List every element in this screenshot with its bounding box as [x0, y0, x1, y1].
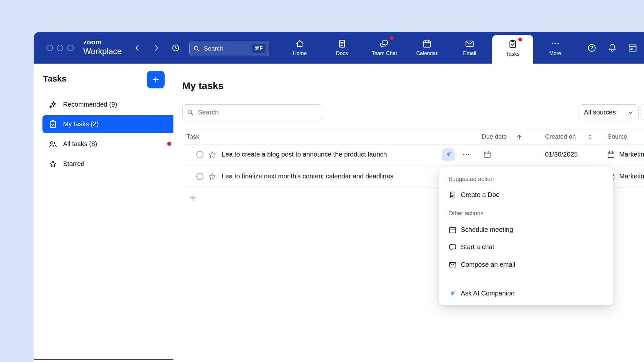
nav-item-home[interactable]: Home	[280, 32, 320, 64]
calendar-icon	[422, 39, 432, 49]
nav-item-docs[interactable]: Docs	[322, 32, 362, 64]
logo-workplace-text: Workplace	[83, 47, 122, 56]
calendar-panel-icon	[628, 43, 637, 53]
menu-item-start-chat[interactable]: Start a chat	[444, 239, 609, 256]
column-header-created-on[interactable]: Created on	[545, 133, 576, 140]
row-more-button[interactable]	[461, 149, 472, 160]
sidebar-title: Tasks	[43, 74, 67, 84]
docs-icon	[337, 39, 347, 49]
menu-divider	[448, 280, 604, 280]
star-icon	[208, 150, 217, 159]
menu-section-label: Suggested action	[448, 176, 494, 183]
task-title[interactable]: Lea to create a blog post to announce th…	[222, 151, 387, 158]
team-chat-icon	[379, 39, 389, 49]
menu-item-compose-email[interactable]: Compose an email	[444, 256, 609, 273]
bell-icon	[607, 43, 617, 53]
sidebar-item-all-tasks[interactable]: All tasks (8)	[42, 135, 176, 153]
clipped-filter-button[interactable]	[640, 104, 644, 120]
nav-label: Tasks	[492, 51, 533, 57]
add-task-inline-button[interactable]	[187, 192, 199, 204]
window-control[interactable]	[57, 45, 63, 51]
sidebar-item-starred[interactable]: Starred	[42, 155, 176, 173]
ai-companion-icon	[444, 151, 452, 158]
back-button[interactable]	[132, 42, 143, 53]
sidebar-item-recommended[interactable]: Recommended (9)	[42, 96, 176, 113]
search-icon	[187, 109, 194, 116]
window-control[interactable]	[46, 45, 53, 51]
sort-icon[interactable]	[587, 133, 594, 141]
page-title: My tasks	[182, 80, 224, 91]
window-bottom-edge	[34, 359, 173, 360]
table-header: Task Due date Created on Source	[182, 129, 644, 144]
global-search-input[interactable]	[203, 45, 249, 53]
plus-icon	[188, 193, 198, 203]
menu-item-ask-ai-companion[interactable]: Ask AI Companion	[444, 285, 609, 302]
zoom-workplace-logo: zoom Workplace	[83, 38, 122, 56]
ai-companion-icon	[448, 289, 457, 298]
sidebar-item-label: Starred	[63, 160, 85, 168]
sources-filter-dropdown[interactable]: All sources	[579, 104, 639, 120]
history-button[interactable]	[170, 42, 181, 53]
column-header-source[interactable]: Source	[607, 133, 627, 140]
column-header-task[interactable]: Task	[186, 133, 199, 140]
sparkles-icon	[48, 100, 57, 109]
sidebar-item-label: All tasks (8)	[63, 140, 97, 148]
nav-item-team-chat[interactable]: Team Chat	[364, 32, 405, 64]
menu-item-schedule-meeting[interactable]: Schedule meeting	[444, 221, 609, 238]
menu-item-label: Ask AI Companion	[461, 290, 515, 297]
more-icon	[550, 39, 560, 49]
sidebar-item-my-tasks[interactable]: My tasks (2)	[42, 115, 176, 133]
help-button[interactable]	[586, 42, 597, 53]
nav-label: Home	[280, 51, 320, 56]
task-complete-checkbox[interactable]	[196, 173, 203, 180]
topbar: zoom Workplace ⌘F Home Docs Team Chat	[34, 32, 644, 64]
actions-menu: Suggested action Create a Doc Other acti…	[439, 167, 613, 305]
nav-label: Calendar	[407, 51, 447, 56]
nav-label: Docs	[322, 51, 362, 56]
nav-item-more[interactable]: More	[535, 32, 575, 64]
global-search[interactable]: ⌘F	[189, 41, 269, 56]
chevron-right-icon	[152, 44, 161, 52]
forward-button[interactable]	[151, 42, 162, 53]
ai-companion-button[interactable]	[442, 148, 455, 161]
column-header-due-date[interactable]: Due date	[482, 133, 507, 140]
calendar-icon	[448, 226, 457, 234]
home-icon	[295, 39, 305, 49]
task-title[interactable]: Lea to finalize next month’s content cal…	[222, 173, 394, 180]
task-search-input[interactable]	[197, 108, 317, 116]
sort-ascending-icon[interactable]	[516, 133, 523, 141]
nav-item-tasks-active[interactable]: Tasks	[492, 35, 533, 64]
chat-icon	[448, 243, 457, 251]
task-search[interactable]	[182, 104, 322, 120]
search-icon	[193, 45, 200, 52]
notification-dot	[518, 38, 522, 41]
notification-dot	[167, 142, 171, 146]
task-row: Lea to create a blog post to announce th…	[182, 144, 644, 166]
menu-item-label: Compose an email	[461, 261, 515, 268]
notifications-button[interactable]	[607, 42, 618, 53]
ellipsis-icon	[462, 150, 471, 159]
plus-icon	[152, 75, 160, 84]
sidebar: Tasks Recommended (9) My tasks (2) All t…	[34, 64, 174, 362]
star-icon	[208, 172, 217, 181]
chevron-left-icon	[133, 44, 141, 52]
nav-item-calendar[interactable]: Calendar	[407, 32, 447, 64]
sidebar-item-label: My tasks (2)	[63, 120, 99, 128]
tasks-icon	[48, 120, 57, 129]
nav-label: Email	[449, 51, 490, 56]
people-icon	[48, 140, 57, 149]
add-task-button[interactable]	[147, 71, 165, 88]
calendar-panel-button[interactable]	[627, 42, 638, 53]
star-button[interactable]	[207, 171, 218, 182]
set-due-date-button[interactable]	[483, 150, 491, 159]
task-complete-checkbox[interactable]	[196, 151, 203, 158]
created-on-cell: 01/30/2025	[545, 151, 578, 158]
nav-label: Team Chat	[364, 51, 405, 56]
window-control[interactable]	[67, 45, 74, 51]
star-button[interactable]	[207, 149, 218, 160]
source-cell[interactable]: Marketing	[619, 173, 644, 180]
source-cell[interactable]: Marketing	[619, 151, 644, 158]
nav-item-email[interactable]: Email	[449, 32, 490, 64]
menu-section-label: Other actions	[448, 210, 483, 217]
menu-item-create-doc[interactable]: Create a Doc	[444, 187, 609, 204]
